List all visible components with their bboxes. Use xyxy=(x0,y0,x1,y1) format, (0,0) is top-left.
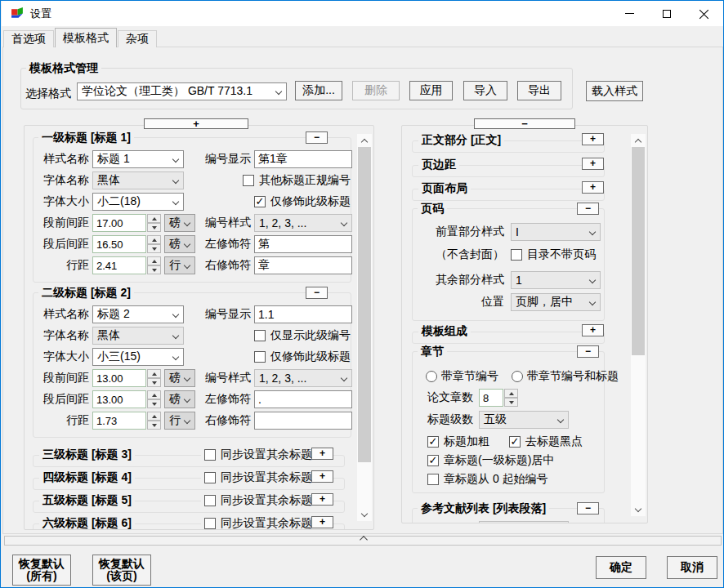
sync-other-headings-checkbox[interactable] xyxy=(204,449,216,461)
other-heading-numbering-checkbox[interactable] xyxy=(243,175,254,186)
position-select[interactable]: 页脚，居中 xyxy=(511,293,601,311)
cancel-button[interactable]: 取消 xyxy=(667,556,717,579)
with-chapter-number-title-radio[interactable] xyxy=(512,371,523,382)
apply-button[interactable]: 应用 xyxy=(409,81,453,100)
rest-style-select[interactable]: 1 xyxy=(511,271,601,289)
tab-template-format[interactable]: 模板格式 xyxy=(55,28,117,47)
space-before-input[interactable] xyxy=(92,214,146,232)
scroll-up-arrow[interactable] xyxy=(631,134,646,147)
spin-down-button[interactable] xyxy=(147,421,161,430)
scrollbar-thumb[interactable] xyxy=(632,147,645,355)
body-text-expand-button[interactable]: + xyxy=(582,133,604,145)
heading-bold-checkbox[interactable]: ✓ xyxy=(427,436,439,448)
heading6-expand-button[interactable]: + xyxy=(311,516,333,528)
tab-preferences[interactable]: 首选项 xyxy=(3,30,54,47)
left-expand-all-button[interactable]: + xyxy=(144,118,248,129)
front-style-select[interactable]: I xyxy=(511,223,601,241)
font-name-select[interactable]: 黑体 xyxy=(92,327,184,345)
right-modifier-input[interactable] xyxy=(254,256,352,274)
import-button[interactable]: 导入 xyxy=(463,81,507,100)
left-modifier-input[interactable] xyxy=(254,390,352,408)
number-style-select[interactable]: 1, 2, 3, ... xyxy=(254,369,352,387)
space-after-input[interactable] xyxy=(92,235,146,253)
page-layout-expand-button[interactable]: + xyxy=(582,181,604,194)
only-show-this-level-number-checkbox[interactable] xyxy=(254,330,266,341)
font-size-select[interactable]: 小三(15) xyxy=(92,348,184,366)
scroll-down-arrow[interactable] xyxy=(631,503,646,516)
space-before-unit-select[interactable]: 磅 xyxy=(164,369,195,387)
close-button[interactable] xyxy=(686,1,723,26)
collapse-splitter[interactable] xyxy=(4,536,722,546)
sync-other-headings-checkbox[interactable] xyxy=(204,495,216,506)
heading3-expand-button[interactable]: + xyxy=(311,448,333,460)
spin-down-button[interactable] xyxy=(147,378,161,387)
font-size-select[interactable]: 小二(18) xyxy=(92,193,184,211)
spin-down-button[interactable] xyxy=(147,223,161,232)
heading5-expand-button[interactable]: + xyxy=(311,493,333,506)
sync-other-headings-checkbox[interactable] xyxy=(204,518,216,529)
format-select[interactable]: 学位论文（理工类） GB/T 7713.1 xyxy=(77,82,287,100)
spin-down-button[interactable] xyxy=(147,265,161,274)
scrollbar-thumb[interactable] xyxy=(358,147,371,462)
space-before-unit-select[interactable]: 磅 xyxy=(164,214,195,232)
spin-down-button[interactable] xyxy=(504,398,518,407)
line-spacing-unit-select[interactable]: 行 xyxy=(164,256,195,274)
scroll-up-arrow[interactable] xyxy=(357,134,372,147)
font-name-select[interactable]: 黑体 xyxy=(92,172,184,189)
add-button[interactable]: 添加... xyxy=(295,81,342,100)
references-style-select[interactable]: 列表段落 xyxy=(479,521,569,523)
spin-up-button[interactable] xyxy=(147,412,161,421)
scroll-down-arrow[interactable] xyxy=(357,508,372,521)
left-panel-scrollbar[interactable] xyxy=(357,134,372,521)
spin-up-button[interactable] xyxy=(147,214,161,223)
line-spacing-unit-select[interactable]: 行 xyxy=(164,412,195,430)
spin-up-button[interactable] xyxy=(504,389,518,398)
line-spacing-input[interactable] xyxy=(92,256,146,274)
spin-up-button[interactable] xyxy=(147,256,161,265)
line-spacing-input[interactable] xyxy=(92,412,146,430)
remove-heading-dot-checkbox[interactable]: ✓ xyxy=(509,436,521,448)
spin-up-button[interactable] xyxy=(147,235,161,244)
right-modifier-input[interactable] xyxy=(254,412,352,430)
references-collapse-button[interactable]: − xyxy=(577,502,599,514)
template-composition-expand-button[interactable]: + xyxy=(582,324,604,336)
page-number-collapse-button[interactable]: − xyxy=(577,203,599,215)
chapter-count-input[interactable] xyxy=(479,389,503,407)
style-name-select[interactable]: 标题 1 xyxy=(92,150,184,168)
restore-defaults-all-button[interactable]: 恢复默认 (所有) xyxy=(12,555,71,586)
left-modifier-input[interactable] xyxy=(254,235,352,253)
spin-up-button[interactable] xyxy=(147,390,161,399)
page-margins-expand-button[interactable]: + xyxy=(582,158,604,170)
minimize-button[interactable] xyxy=(610,1,648,26)
heading1-collapse-button[interactable]: − xyxy=(306,131,328,144)
toc-no-page-number-checkbox[interactable] xyxy=(511,249,522,261)
tab-misc[interactable]: 杂项 xyxy=(118,30,157,47)
chapter-start-zero-checkbox[interactable] xyxy=(427,474,439,485)
chapter-title-center-checkbox[interactable]: ✓ xyxy=(427,455,439,466)
number-display-input[interactable] xyxy=(254,305,352,323)
number-style-select[interactable]: 1, 2, 3, ... xyxy=(254,214,352,232)
maximize-button[interactable] xyxy=(648,1,686,26)
ok-button[interactable]: 确定 xyxy=(596,556,646,579)
with-chapter-number-radio[interactable] xyxy=(426,371,437,382)
right-collapse-all-button[interactable]: − xyxy=(474,118,575,129)
style-name-select[interactable]: 标题 2 xyxy=(92,305,184,323)
heading-levels-select[interactable]: 五级 xyxy=(479,411,569,429)
right-panel-scrollbar[interactable] xyxy=(631,134,646,516)
space-before-input[interactable] xyxy=(92,369,146,387)
space-after-input[interactable] xyxy=(92,390,146,408)
restore-defaults-page-button[interactable]: 恢复默认 (该页) xyxy=(92,555,151,586)
spin-down-button[interactable] xyxy=(147,399,161,408)
space-after-unit-select[interactable]: 磅 xyxy=(164,235,195,253)
chapters-collapse-button[interactable]: − xyxy=(577,345,599,358)
space-after-unit-select[interactable]: 磅 xyxy=(164,390,195,408)
heading2-collapse-button[interactable]: − xyxy=(306,287,328,299)
export-button[interactable]: 导出 xyxy=(517,81,561,100)
number-display-input[interactable] xyxy=(254,150,352,168)
load-style-button[interactable]: 载入样式 xyxy=(586,81,643,101)
heading4-expand-button[interactable]: + xyxy=(311,470,333,483)
only-style-this-level-checkbox[interactable] xyxy=(254,351,266,363)
only-style-this-level-checkbox[interactable]: ✓ xyxy=(254,196,266,207)
spin-down-button[interactable] xyxy=(147,244,161,253)
sync-other-headings-checkbox[interactable] xyxy=(204,472,216,483)
